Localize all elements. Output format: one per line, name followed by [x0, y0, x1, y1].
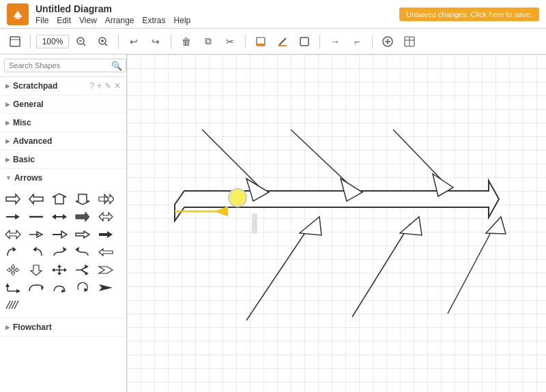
- arrow-right2[interactable]: [3, 209, 23, 225]
- chevron-right-icon: ▶: [5, 82, 10, 89]
- svg-marker-63: [16, 289, 20, 293]
- zoom-in-btn[interactable]: [94, 33, 113, 50]
- fill-btn[interactable]: [251, 33, 270, 50]
- app-logo: [7, 3, 29, 25]
- sidebar-section-general: ▶ General: [0, 95, 126, 114]
- general-header[interactable]: ▶ General: [0, 95, 126, 113]
- arrow-right5[interactable]: [49, 226, 70, 243]
- menu-edit[interactable]: Edit: [57, 16, 71, 25]
- shape-btn[interactable]: [295, 33, 314, 50]
- misc-header[interactable]: ▶ Misc: [0, 114, 126, 132]
- divider-3: [171, 35, 171, 48]
- zoom-display[interactable]: 100%: [36, 35, 69, 48]
- arrow-lr2[interactable]: [3, 226, 23, 243]
- chevron-down-icon: ▼: [5, 175, 12, 181]
- svg-marker-67: [99, 284, 113, 291]
- svg-marker-58: [85, 271, 89, 275]
- arrow-right4[interactable]: [26, 226, 46, 243]
- flowchart-label: Flowchart: [13, 322, 52, 332]
- arrow-right-double[interactable]: [96, 191, 116, 207]
- arrow-back[interactable]: [96, 244, 116, 260]
- arrow-curve2[interactable]: [49, 280, 70, 296]
- cut-btn[interactable]: ✂: [220, 33, 240, 50]
- menu-extras[interactable]: Extras: [143, 16, 166, 25]
- undo-btn[interactable]: ↩: [124, 33, 143, 50]
- arrow-split[interactable]: [72, 262, 93, 278]
- svg-marker-30: [52, 214, 56, 220]
- menu-help[interactable]: Help: [174, 16, 191, 25]
- arrow-down2[interactable]: [26, 262, 46, 278]
- arrows-header[interactable]: ▼ Arrows: [0, 169, 126, 187]
- zoom-out-btn[interactable]: [72, 33, 91, 50]
- copy-btn[interactable]: ⧉: [199, 33, 218, 50]
- divider-4: [245, 35, 246, 48]
- arrow-right[interactable]: [3, 191, 23, 207]
- redo-btn[interactable]: ↪: [146, 33, 165, 50]
- arrow-left-right[interactable]: [96, 209, 116, 225]
- arrow-4way2[interactable]: [49, 262, 70, 278]
- arrow-curve-left[interactable]: [26, 244, 46, 260]
- svg-marker-21: [29, 194, 43, 204]
- svg-marker-22: [53, 194, 66, 204]
- arrow-right6[interactable]: [72, 226, 93, 243]
- flowchart-header[interactable]: ▶ Flowchart: [0, 318, 126, 336]
- advanced-header[interactable]: ▶ Advanced: [0, 132, 126, 150]
- svg-marker-42: [33, 247, 37, 252]
- arrow-line[interactable]: [26, 209, 46, 225]
- arrows-grid: [0, 187, 126, 318]
- arrow-chevron-right[interactable]: [96, 262, 116, 278]
- chevron-right-icon: ▶: [5, 119, 10, 126]
- sidebar-section-misc: ▶ Misc: [0, 114, 126, 132]
- unsaved-badge[interactable]: Unsaved changes. Click here to save.: [399, 7, 539, 21]
- arrow-curve-right[interactable]: [3, 244, 23, 260]
- arrow-back2[interactable]: [3, 280, 23, 296]
- edit-icon[interactable]: ✎: [104, 81, 111, 91]
- menu-arrange[interactable]: Arrange: [105, 16, 134, 25]
- arrow-block[interactable]: [96, 226, 116, 243]
- arrow-solid[interactable]: [96, 280, 116, 296]
- waypoint-btn[interactable]: ⌐: [347, 33, 367, 50]
- scratchpad-header[interactable]: ▶ Scratchpad ? + ✎ ✕: [0, 77, 126, 95]
- line-color-btn[interactable]: [273, 33, 292, 50]
- resize-handle[interactable]: ⋮: [252, 213, 257, 234]
- svg-marker-82: [400, 217, 422, 235]
- arrow-hatch[interactable]: [3, 297, 23, 314]
- delete-btn[interactable]: 🗑: [177, 33, 196, 50]
- search-input[interactable]: [4, 59, 126, 72]
- chevron-right-icon: ▶: [5, 138, 10, 145]
- svg-marker-23: [76, 194, 89, 205]
- sidebar-section-basic: ▶ Basic: [0, 151, 126, 169]
- arrow-left[interactable]: [26, 191, 46, 207]
- arrow-right7[interactable]: [26, 280, 46, 296]
- menu-view[interactable]: View: [79, 16, 97, 25]
- svg-line-81: [352, 224, 410, 317]
- arrow-s-right[interactable]: [49, 244, 70, 260]
- svg-marker-57: [85, 265, 89, 269]
- connection-btn[interactable]: →: [326, 33, 345, 50]
- arrow-rotate[interactable]: [72, 280, 93, 296]
- canvas-area[interactable]: ⋮: [127, 55, 546, 392]
- table-btn[interactable]: [400, 33, 419, 50]
- menu-file[interactable]: File: [35, 16, 48, 25]
- basic-header[interactable]: ▶ Basic: [0, 151, 126, 168]
- svg-line-79: [246, 224, 311, 320]
- advanced-label: Advanced: [13, 136, 52, 146]
- svg-marker-39: [76, 231, 89, 238]
- page-layout-btn[interactable]: [5, 33, 25, 50]
- arrow-right3[interactable]: [72, 209, 93, 225]
- svg-rect-1: [10, 37, 20, 46]
- svg-rect-13: [300, 37, 308, 46]
- arrow-double-head[interactable]: [49, 209, 70, 225]
- svg-marker-32: [76, 212, 89, 222]
- plus-icon[interactable]: +: [97, 81, 102, 91]
- svg-line-83: [448, 224, 495, 314]
- arrow-4way[interactable]: [3, 262, 23, 278]
- arrow-s-left[interactable]: [72, 244, 93, 260]
- insert-btn[interactable]: [378, 33, 397, 50]
- arrow-down[interactable]: [72, 191, 93, 207]
- question-icon[interactable]: ?: [89, 81, 94, 91]
- close-icon[interactable]: ✕: [114, 81, 121, 91]
- pointer-bubble: [228, 188, 247, 207]
- arrow-up[interactable]: [49, 191, 70, 207]
- canvas-svg[interactable]: [127, 55, 546, 392]
